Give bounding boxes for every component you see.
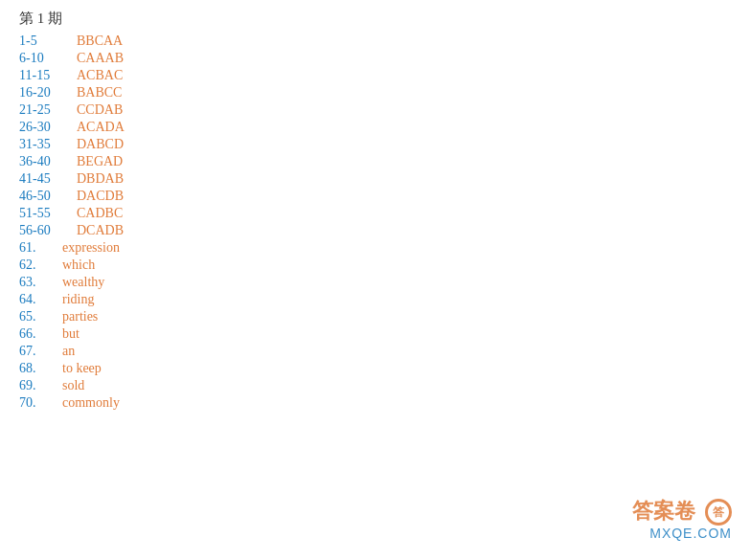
answer-number: 62.	[19, 258, 62, 273]
range-label: 16-20	[19, 85, 77, 101]
numbered-answer-row: 66.but	[19, 326, 732, 342]
range-label: 21-25	[19, 102, 77, 118]
answer-number: 63.	[19, 275, 62, 290]
numbered-answer-row: 67.an	[19, 344, 732, 359]
numbered-answer-row: 61.expression	[19, 240, 732, 256]
page-title: 第 1 期	[19, 10, 732, 28]
range-answers: DCADB	[77, 223, 124, 238]
answer-range-row: 41-45DBDAB	[19, 171, 732, 187]
answer-range-row: 11-15ACBAC	[19, 68, 732, 83]
numbered-answers-list: 61.expression62.which63.wealthy64.riding…	[19, 240, 732, 411]
range-label: 31-35	[19, 137, 77, 152]
numbered-answer-row: 62.which	[19, 258, 732, 273]
numbered-answer-row: 69.sold	[19, 378, 732, 393]
answer-number: 70.	[19, 395, 62, 411]
answer-range-row: 51-55CADBC	[19, 206, 732, 221]
watermark-line1: 答案卷	[632, 497, 732, 526]
answer-range-row: 1-5BBCAA	[19, 34, 732, 49]
range-label: 56-60	[19, 223, 77, 238]
watermark-line2: MXQE.COM	[632, 526, 732, 541]
range-answers: DACDB	[77, 189, 124, 204]
answer-range-row: 26-30ACADA	[19, 120, 732, 135]
range-answers: BABCC	[77, 85, 122, 101]
answer-word: parties	[62, 309, 98, 325]
answer-word: which	[62, 258, 95, 273]
answer-word: an	[62, 344, 75, 359]
range-label: 26-30	[19, 120, 77, 135]
watermark: 答案卷 MXQE.COM	[632, 497, 732, 541]
answer-range-row: 6-10CAAAB	[19, 51, 732, 66]
answer-range-row: 21-25CCDAB	[19, 102, 732, 118]
range-answers: CAAAB	[77, 51, 124, 66]
answer-number: 66.	[19, 326, 62, 342]
answer-ranges-list: 1-5BBCAA6-10CAAAB11-15ACBAC16-20BABCC21-…	[19, 34, 732, 238]
numbered-answer-row: 64.riding	[19, 292, 732, 307]
answer-number: 67.	[19, 344, 62, 359]
answer-word: expression	[62, 240, 120, 256]
answer-number: 65.	[19, 309, 62, 325]
range-answers: ACADA	[77, 120, 125, 135]
range-answers: CADBC	[77, 206, 123, 221]
answer-range-row: 31-35DABCD	[19, 137, 732, 152]
range-answers: DBDAB	[77, 171, 124, 187]
numbered-answer-row: 68.to keep	[19, 361, 732, 376]
answer-word: wealthy	[62, 275, 104, 290]
answer-number: 64.	[19, 292, 62, 307]
range-answers: CCDAB	[77, 102, 123, 118]
answer-number: 61.	[19, 240, 62, 256]
numbered-answer-row: 70.commonly	[19, 395, 732, 411]
range-label: 1-5	[19, 34, 77, 49]
answer-word: but	[62, 326, 80, 342]
range-label: 11-15	[19, 68, 77, 83]
range-label: 46-50	[19, 189, 77, 204]
range-label: 6-10	[19, 51, 77, 66]
range-label: 36-40	[19, 154, 77, 169]
answer-number: 68.	[19, 361, 62, 376]
range-label: 41-45	[19, 171, 77, 187]
range-answers: BBCAA	[77, 34, 123, 49]
range-answers: DABCD	[77, 137, 124, 152]
numbered-answer-row: 65.parties	[19, 309, 732, 325]
main-content: 第 1 期 1-5BBCAA6-10CAAAB11-15ACBAC16-20BA…	[0, 0, 751, 422]
answer-word: commonly	[62, 395, 120, 411]
answer-word: to keep	[62, 361, 102, 376]
range-label: 51-55	[19, 206, 77, 221]
answer-range-row: 56-60DCADB	[19, 223, 732, 238]
answer-range-row: 46-50DACDB	[19, 189, 732, 204]
answer-range-row: 36-40BEGAD	[19, 154, 732, 169]
answer-word: riding	[62, 292, 94, 307]
range-answers: BEGAD	[77, 154, 123, 169]
range-answers: ACBAC	[77, 68, 123, 83]
answer-number: 69.	[19, 378, 62, 393]
numbered-answer-row: 63.wealthy	[19, 275, 732, 290]
answer-word: sold	[62, 378, 84, 393]
answer-range-row: 16-20BABCC	[19, 85, 732, 101]
